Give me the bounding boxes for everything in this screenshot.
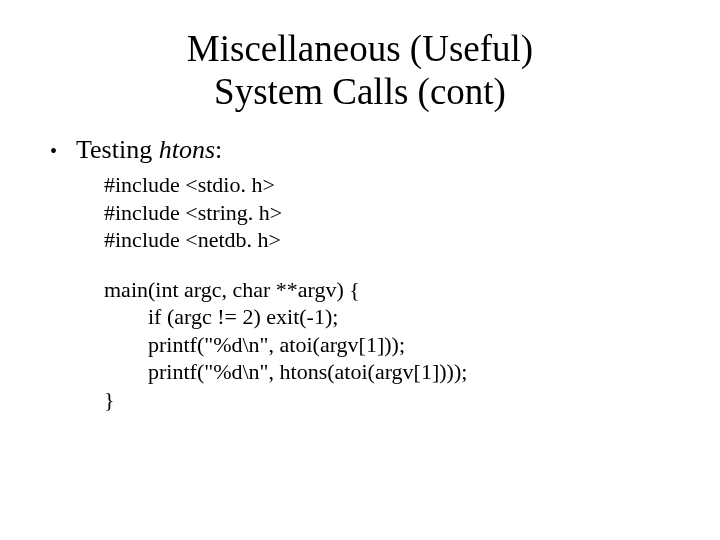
bullet-text: Testing htons: [76, 135, 222, 165]
code-include-1: #include <stdio. h> [104, 171, 670, 199]
bullet-item: • Testing htons: [50, 135, 670, 165]
code-line-printf-1: printf("%d\n", atoi(argv[1])); [104, 331, 670, 359]
code-line-printf-2: printf("%d\n", htons(atoi(argv[1]))); [104, 358, 670, 386]
title-line-2: System Calls (cont) [214, 71, 506, 112]
code-main-close: } [104, 386, 670, 414]
code-block: #include <stdio. h> #include <string. h>… [104, 171, 670, 413]
code-line-if: if (argc != 2) exit(-1); [104, 303, 670, 331]
slide: Miscellaneous (Useful) System Calls (con… [0, 0, 720, 540]
code-include-3: #include <netdb. h> [104, 226, 670, 254]
title-line-1: Miscellaneous (Useful) [187, 28, 533, 69]
code-main-open: main(int argc, char **argv) { [104, 276, 670, 304]
slide-title: Miscellaneous (Useful) System Calls (con… [50, 28, 670, 113]
code-blank-line [104, 254, 670, 276]
code-include-2: #include <string. h> [104, 199, 670, 227]
bullet-italic: htons [159, 135, 215, 164]
bullet-lead: Testing [76, 135, 159, 164]
bullet-tail: : [215, 135, 222, 164]
bullet-dot: • [50, 138, 76, 164]
